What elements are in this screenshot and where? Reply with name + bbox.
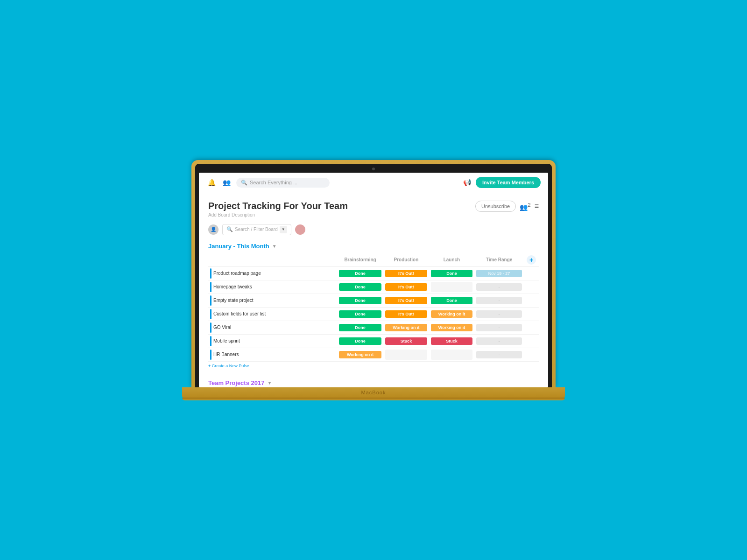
launch-cell[interactable]: Done	[429, 266, 474, 280]
status-badge: Stuck	[431, 337, 472, 345]
launch-cell[interactable]	[429, 280, 474, 294]
launch-cell[interactable]: Stuck	[429, 334, 474, 348]
table-row[interactable]: HR BannersWorking on it-	[208, 348, 539, 361]
empty-cell	[385, 350, 427, 360]
time-range-cell[interactable]: Nov 19 - 27	[474, 266, 524, 280]
status-badge: It's Out!	[385, 270, 427, 277]
invite-team-members-button[interactable]: Invite Team Members	[476, 177, 541, 188]
group-team-projects: Team Projects 2017 ▼ Brainstorming Produ…	[208, 379, 539, 387]
time-range-cell[interactable]: -	[474, 334, 524, 348]
status-badge: Working on it	[339, 351, 381, 358]
brainstorming-cell[interactable]: Done	[337, 307, 383, 321]
row-add-cell	[524, 266, 539, 280]
search-icon: 🔍	[241, 180, 247, 186]
time-badge: -	[476, 324, 522, 331]
people-icon[interactable]: 👥	[221, 177, 232, 188]
time-range-cell[interactable]: -	[474, 280, 524, 294]
row-name: Custom fields for user list	[213, 311, 266, 316]
brainstorming-cell[interactable]: Done	[337, 334, 383, 348]
status-badge: It's Out!	[385, 310, 427, 318]
brainstorming-cell[interactable]: Done	[337, 294, 383, 307]
macbook-base: MacBook	[182, 387, 565, 398]
filter-search-bar[interactable]: 🔍 Search / Filter Board ▼	[222, 224, 291, 235]
production-cell[interactable]: Working on it	[383, 321, 429, 334]
launch-cell[interactable]: Working on it	[429, 321, 474, 334]
col-header-brainstorming: Brainstorming	[337, 253, 383, 267]
table-row[interactable]: Homepage tweaksDoneIt's Out!-	[208, 280, 539, 294]
macbook-screen: 🔔 👥 🔍 Search Everything ... 📢 Invite Tea…	[199, 173, 548, 387]
filter-avatar[interactable]: 👤	[208, 224, 218, 235]
launch-cell[interactable]	[429, 348, 474, 361]
status-badge: Done	[339, 337, 381, 345]
empty-cell	[431, 282, 472, 292]
megaphone-icon[interactable]: 📢	[463, 179, 471, 186]
row-name-cell: HR Banners	[210, 350, 335, 360]
row-name: HR Banners	[213, 352, 239, 357]
group1-table-body: Product roadmap pageDoneIt's Out!DoneNov…	[208, 266, 539, 361]
time-badge: -	[476, 351, 522, 358]
brainstorming-cell[interactable]: Working on it	[337, 348, 383, 361]
camera	[372, 168, 375, 170]
global-search-bar[interactable]: 🔍 Search Everything ...	[236, 178, 330, 188]
row-add-cell	[524, 280, 539, 294]
color-bar	[210, 336, 211, 346]
board-actions: Unsubscribe 👥2 ≡	[475, 201, 539, 212]
table-row[interactable]: Custom fields for user listDoneIt's Out!…	[208, 307, 539, 321]
time-range-cell[interactable]: -	[474, 321, 524, 334]
production-cell[interactable]: It's Out!	[383, 280, 429, 294]
production-cell[interactable]: It's Out!	[383, 266, 429, 280]
table-row[interactable]: Empty state projectDoneIt's Out!Done-	[208, 294, 539, 307]
production-cell[interactable]: It's Out!	[383, 307, 429, 321]
status-badge: Done	[339, 297, 381, 304]
board-subtitle[interactable]: Add Board Description	[208, 212, 348, 217]
more-options-icon[interactable]: ≡	[535, 202, 539, 210]
status-badge: Stuck	[385, 337, 427, 345]
group2-chevron[interactable]: ▼	[267, 380, 272, 385]
macbook-foot	[182, 398, 565, 400]
time-range-cell[interactable]: -	[474, 307, 524, 321]
row-name-cell: Custom fields for user list	[210, 309, 335, 319]
time-range-cell[interactable]: -	[474, 348, 524, 361]
brainstorming-cell[interactable]: Done	[337, 266, 383, 280]
macbook-label: MacBook	[361, 390, 386, 395]
brainstorming-cell[interactable]: Done	[337, 280, 383, 294]
unsubscribe-button[interactable]: Unsubscribe	[475, 201, 516, 212]
color-bar	[210, 322, 211, 333]
time-badge: Nov 19 - 27	[476, 270, 522, 277]
add-column-button[interactable]: +	[527, 255, 536, 265]
row-name: Homepage tweaks	[213, 284, 252, 289]
status-badge: Done	[339, 310, 381, 318]
board-title: Project Tracking For Your Team	[208, 201, 348, 211]
col-header-name	[208, 253, 337, 267]
team-members-icon[interactable]: 👥2	[520, 202, 530, 211]
bell-icon[interactable]: 🔔	[206, 177, 217, 188]
main-content: Project Tracking For Your Team Add Board…	[199, 193, 548, 387]
color-bar	[210, 350, 211, 360]
row-add-cell	[524, 321, 539, 334]
color-bar	[210, 282, 211, 292]
filter-bar: 👤 🔍 Search / Filter Board ▼	[208, 224, 539, 235]
row-name-cell: Mobile sprint	[210, 336, 335, 346]
user-avatar[interactable]	[295, 224, 305, 235]
row-name-cell: Product roadmap page	[210, 268, 335, 279]
production-cell[interactable]: Stuck	[383, 334, 429, 348]
brainstorming-cell[interactable]: Done	[337, 321, 383, 334]
launch-cell[interactable]: Done	[429, 294, 474, 307]
row-name: Product roadmap page	[213, 271, 261, 276]
row-add-cell	[524, 334, 539, 348]
table-row[interactable]: GO ViralDoneWorking on itWorking on it-	[208, 321, 539, 334]
time-range-cell[interactable]: -	[474, 294, 524, 307]
table-row[interactable]: Product roadmap pageDoneIt's Out!DoneNov…	[208, 266, 539, 280]
create-pulse-button[interactable]: + Create a New Pulse	[208, 362, 539, 370]
row-name-cell: Empty state project	[210, 295, 335, 306]
production-cell[interactable]	[383, 348, 429, 361]
top-nav: 🔔 👥 🔍 Search Everything ... 📢 Invite Tea…	[199, 173, 548, 193]
group1-table: Brainstorming Production Launch Time Ran…	[208, 253, 539, 362]
table-row[interactable]: Mobile sprintDoneStuckStuck-	[208, 334, 539, 348]
filter-search-text: Search / Filter Board	[235, 227, 278, 232]
filter-dropdown-icon[interactable]: ▼	[280, 226, 287, 233]
production-cell[interactable]: It's Out!	[383, 294, 429, 307]
launch-cell[interactable]: Working on it	[429, 307, 474, 321]
filter-search-icon: 🔍	[226, 226, 233, 232]
group1-chevron[interactable]: ▼	[272, 244, 277, 249]
